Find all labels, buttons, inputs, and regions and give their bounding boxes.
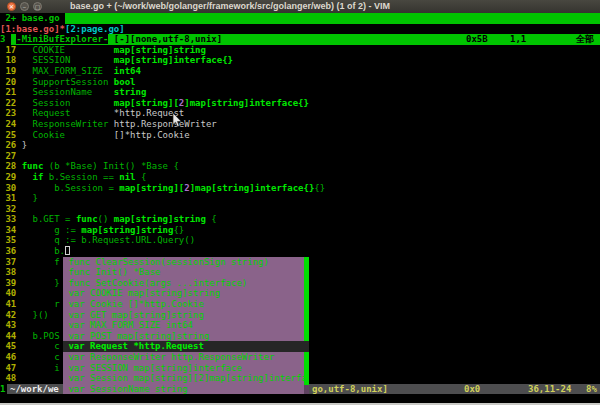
- code-line[interactable]: 23 Request *http.Request: [0, 108, 600, 119]
- completion-item-selected[interactable]: var Request *http.Request: [63, 341, 309, 352]
- line-number: 24: [0, 119, 22, 129]
- code-token: r: [22, 299, 60, 309]
- completion-item[interactable]: var SESSION map[string]interface: [63, 363, 309, 374]
- code-line[interactable]: 31 }: [0, 193, 600, 204]
- code-token: map[string][: [119, 183, 184, 193]
- code-token: map[string]string: [114, 45, 206, 55]
- code-line[interactable]: 17 COOKIE map[string]string: [0, 45, 600, 56]
- code-token: map[string]string: [114, 214, 206, 224]
- code-line[interactable]: 34 g := map[string]string{}: [0, 225, 600, 236]
- code-line[interactable]: 28 func (b *Base) Init() *Base {: [0, 161, 600, 172]
- code-token: COOKIE: [22, 45, 114, 55]
- line-number: 23: [0, 108, 22, 118]
- code-token: }(): [22, 310, 49, 320]
- completion-item[interactable]: var SessionName string: [63, 384, 309, 395]
- code-line[interactable]: 36 b.: [0, 246, 600, 257]
- line-number: 29: [0, 172, 22, 182]
- vim-window: ✕ − ▢ base.go + (~/work/web/golanger/fra…: [0, 0, 600, 405]
- file-scroll-pos: 8%: [586, 384, 597, 395]
- code-token: f: [22, 257, 60, 267]
- line-number: 21: [0, 87, 22, 97]
- code-token: }: [22, 193, 38, 203]
- completion-item[interactable]: var POST map[string]string: [63, 331, 309, 342]
- code-token: func: [76, 214, 98, 224]
- line-number: 40: [0, 288, 22, 298]
- code-token: {: [136, 172, 147, 182]
- code-token: map[string][: [114, 98, 179, 108]
- completion-item[interactable]: var COOKIE map[string]string: [63, 288, 309, 299]
- completion-item[interactable]: var Cookie []*http.Cookie: [63, 299, 309, 310]
- file-flags: go,utf-8,unix]: [312, 384, 388, 395]
- code-token: [22, 172, 33, 182]
- completion-item[interactable]: var ResponseWriter http.ResponseWriter: [63, 352, 309, 363]
- code-token: c: [22, 352, 60, 362]
- line-number: 28: [0, 161, 22, 171]
- completion-item[interactable]: var GET map[string]string: [63, 310, 309, 321]
- popup-scrollbar-thumb[interactable]: [304, 257, 309, 385]
- mbe-statusline: 3 -MiniBufExplorer- [-][none,utf-8,unix]…: [0, 34, 600, 45]
- minibufexplorer-line: [1:base.go]*[2:page.go]: [0, 24, 600, 35]
- code-token: string: [114, 87, 147, 97]
- code-token: SESSION: [22, 55, 114, 65]
- line-number: 34: [0, 225, 22, 235]
- line-number: 30: [0, 183, 22, 193]
- code-line[interactable]: 33 b.GET = func() map[string]string {: [0, 214, 600, 225]
- mbe-statusline-flags: [-][none,utf-8,unix]: [114, 34, 222, 44]
- line-number: 25: [0, 130, 22, 140]
- tab-current[interactable]: 2+ base.go: [0, 13, 65, 24]
- code-line[interactable]: 21 SessionName string: [0, 87, 600, 98]
- line-number: 39: [0, 278, 22, 288]
- code-token: {}: [173, 225, 184, 235]
- minimize-button[interactable]: −: [20, 2, 29, 11]
- code-line[interactable]: 20 SupportSession bool: [0, 77, 600, 88]
- code-token: q := b.Request.URL.Query(): [22, 235, 195, 245]
- code-line[interactable]: 22 Session map[string][2]map[string]inte…: [0, 98, 600, 109]
- line-number: 32: [0, 204, 22, 214]
- buffer-tab[interactable]: [2:page.go]: [65, 24, 125, 34]
- code-token: http.ResponseWriter: [114, 119, 217, 129]
- line-number: 44: [0, 331, 22, 341]
- completion-item[interactable]: func ClearSession(sessionSign string): [63, 257, 309, 268]
- code-token: ResponseWriter: [22, 119, 114, 129]
- code-line[interactable]: 30 b.Session = map[string][2]map[string]…: [0, 183, 600, 194]
- line-number: 38: [0, 267, 22, 277]
- code-line[interactable]: 24 ResponseWriter http.ResponseWriter: [0, 119, 600, 130]
- code-token: int64: [114, 66, 141, 76]
- mbe-scroll-pos: 全部: [576, 34, 594, 45]
- code-token: []*http.Cookie: [114, 130, 190, 140]
- line-number: 47: [0, 363, 22, 373]
- code-token: SupportSession: [22, 77, 114, 87]
- code-token: SessionName: [22, 87, 114, 97]
- code-token: (): [98, 214, 114, 224]
- vim-cursor: [65, 246, 70, 255]
- code-token: b.Session =: [22, 183, 120, 193]
- code-line[interactable]: 29 if b.Session == nil {: [0, 172, 600, 183]
- code-token: if: [33, 172, 44, 182]
- code-token: MAX_FORM_SIZE: [22, 66, 114, 76]
- line-number: 41: [0, 299, 22, 309]
- code-line[interactable]: 18 SESSION map[string]interface{}: [0, 55, 600, 66]
- buffer-tab[interactable]: [1:base.go]*: [0, 24, 65, 34]
- close-button[interactable]: ✕: [7, 2, 16, 11]
- line-number: 36: [0, 246, 22, 256]
- popup-scrollbar-track[interactable]: [304, 257, 309, 395]
- code-line[interactable]: 35 q := b.Request.URL.Query(): [0, 235, 600, 246]
- code-token: Cookie: [22, 130, 114, 140]
- code-token: {: [206, 214, 217, 224]
- file-char-value: 0x0: [464, 384, 480, 395]
- line-number: 37: [0, 257, 22, 267]
- completion-item[interactable]: func Init() *Base: [63, 267, 309, 278]
- mouse-pointer-icon: [172, 113, 183, 128]
- code-line[interactable]: 19 MAX_FORM_SIZE int64: [0, 66, 600, 77]
- maximize-button[interactable]: ▢: [33, 2, 42, 11]
- code-token: }: [22, 278, 60, 288]
- completion-item[interactable]: func SetCookie(args ...interface): [63, 278, 309, 289]
- mbe-char-value: 0x5B: [466, 34, 488, 45]
- code-line[interactable]: 27: [0, 151, 600, 162]
- code-line[interactable]: 32: [0, 204, 600, 215]
- completion-popup: func ClearSession(sessionSign string) fu…: [63, 257, 309, 395]
- completion-item[interactable]: var Session map[string][2]map[string]int…: [63, 373, 309, 384]
- code-line[interactable]: 26 }: [0, 140, 600, 151]
- code-line[interactable]: 25 Cookie []*http.Cookie: [0, 130, 600, 141]
- completion-item[interactable]: var MAX_FORM_SIZE int64: [63, 320, 309, 331]
